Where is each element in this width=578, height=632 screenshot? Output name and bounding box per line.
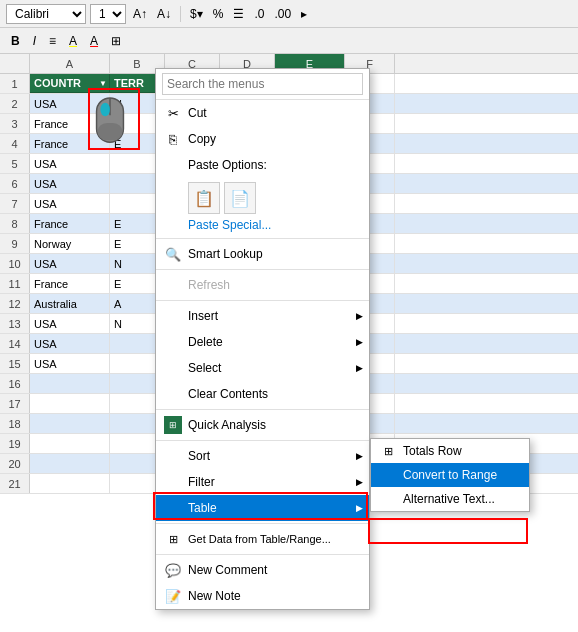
row-num: 17 (0, 394, 30, 413)
increase-decimal-btn[interactable]: .0 (251, 4, 267, 24)
dollar-btn[interactable]: $▾ (187, 4, 206, 24)
clear-icon (164, 385, 182, 403)
decrease-decimal-btn[interactable]: .00 (271, 4, 294, 24)
copy-label: Copy (188, 132, 216, 146)
decrease-font-btn[interactable]: A↓ (154, 4, 174, 24)
search-input[interactable] (162, 73, 363, 95)
row-num: 4 (0, 134, 30, 153)
cell-a[interactable]: France (30, 214, 110, 233)
row-num: 9 (0, 234, 30, 253)
col-header-a[interactable]: A (30, 54, 110, 73)
menu-item-sort[interactable]: Sort (156, 443, 369, 469)
menu-item-select[interactable]: Select (156, 355, 369, 381)
new-comment-label: New Comment (188, 563, 267, 577)
borders-btn[interactable]: ⊞ (106, 31, 126, 51)
delete-icon (164, 333, 182, 351)
menu-item-insert[interactable]: Insert (156, 303, 369, 329)
row-num: 12 (0, 294, 30, 313)
cell-a[interactable]: Norway (30, 234, 110, 253)
row-num: 21 (0, 474, 30, 493)
cut-icon: ✂ (164, 104, 182, 122)
comma-btn[interactable]: ☰ (230, 4, 247, 24)
paste-icon-btn-1[interactable]: 📋 (188, 182, 220, 214)
copy-icon: ⎘ (164, 130, 182, 148)
menu-item-cut[interactable]: ✂ Cut (156, 100, 369, 126)
table-icon (164, 499, 182, 517)
cell-a[interactable]: USA (30, 354, 110, 373)
menu-item-filter[interactable]: Filter (156, 469, 369, 495)
highlight-btn[interactable]: A (64, 31, 82, 51)
separator (156, 440, 369, 441)
cell-a[interactable]: USA (30, 334, 110, 353)
separator (156, 409, 369, 410)
context-menu: ✂ Cut ⎘ Copy Paste Options: 📋 📄 Paste Sp… (155, 68, 370, 610)
totals-row-icon: ⊞ (379, 442, 397, 460)
cell-a[interactable]: Australia (30, 294, 110, 313)
row-num: 2 (0, 94, 30, 113)
menu-item-new-comment[interactable]: 💬 New Comment (156, 557, 369, 583)
mouse-red-border (88, 88, 140, 150)
delete-label: Delete (188, 335, 223, 349)
cell-a[interactable] (30, 394, 110, 413)
smart-lookup-icon: 🔍 (164, 245, 182, 263)
row-num-col-header (0, 54, 30, 73)
row-num: 6 (0, 174, 30, 193)
cell-a[interactable]: USA (30, 174, 110, 193)
cell-a[interactable] (30, 434, 110, 453)
menu-item-paste-header: Paste Options: (156, 152, 369, 178)
separator (156, 300, 369, 301)
get-data-label: Get Data from Table/Range... (188, 533, 331, 545)
menu-item-quick-analysis[interactable]: ⊞ Quick Analysis (156, 412, 369, 438)
cell-a[interactable] (30, 374, 110, 393)
submenu-item-totals-row[interactable]: ⊞ Totals Row (371, 439, 529, 463)
cell-a[interactable]: USA (30, 254, 110, 273)
new-comment-icon: 💬 (164, 561, 182, 579)
cell-a[interactable]: USA (30, 154, 110, 173)
row-num: 3 (0, 114, 30, 133)
menu-item-copy[interactable]: ⎘ Copy (156, 126, 369, 152)
filter-icon (164, 473, 182, 491)
menu-item-new-note[interactable]: 📝 New Note (156, 583, 369, 609)
convert-to-range-label: Convert to Range (403, 468, 497, 482)
cell-a[interactable]: USA (30, 314, 110, 333)
cell-a[interactable]: USA (30, 194, 110, 213)
bold-btn[interactable]: B (6, 31, 25, 51)
new-note-icon: 📝 (164, 587, 182, 605)
increase-font-btn[interactable]: A↑ (130, 4, 150, 24)
insert-icon (164, 307, 182, 325)
paste-icons-row: 📋 📄 (156, 178, 369, 216)
percent-btn[interactable]: % (210, 4, 227, 24)
format-bar: B I ≡ A A ⊞ (0, 28, 578, 54)
cell-a[interactable] (30, 414, 110, 433)
italic-btn[interactable]: I (28, 31, 41, 51)
cell-a[interactable] (30, 454, 110, 473)
font-size-select[interactable]: 11 (90, 4, 126, 24)
font-color-btn[interactable]: A (85, 31, 103, 51)
cell-a[interactable]: France (30, 274, 110, 293)
quick-analysis-icon: ⊞ (164, 416, 182, 434)
format-btn[interactable]: ▸ (298, 4, 310, 24)
cell-a[interactable] (30, 474, 110, 493)
menu-item-refresh[interactable]: Refresh (156, 272, 369, 298)
menu-item-paste-special[interactable]: Paste Special... (156, 216, 369, 236)
menu-item-clear-contents[interactable]: Clear Contents (156, 381, 369, 407)
separator (156, 554, 369, 555)
submenu-item-convert-to-range[interactable]: Convert to Range (371, 463, 529, 487)
font-select[interactable]: Calibri (6, 4, 86, 24)
paste-icon-btn-2[interactable]: 📄 (224, 182, 256, 214)
row-num: 16 (0, 374, 30, 393)
align-btn[interactable]: ≡ (44, 31, 61, 51)
menu-item-table[interactable]: Table (156, 495, 369, 521)
menu-item-delete[interactable]: Delete (156, 329, 369, 355)
row-num: 7 (0, 194, 30, 213)
submenu-item-alternative-text[interactable]: Alternative Text... (371, 487, 529, 511)
menu-item-smart-lookup[interactable]: 🔍 Smart Lookup (156, 241, 369, 267)
toolbar: Calibri 11 A↑ A↓ $▾ % ☰ .0 .00 ▸ (0, 0, 578, 28)
menu-item-get-data[interactable]: ⊞ Get Data from Table/Range... (156, 526, 369, 552)
alternative-text-label: Alternative Text... (403, 492, 495, 506)
quick-analysis-label: Quick Analysis (188, 418, 266, 432)
row-num: 13 (0, 314, 30, 333)
paste-special-label: Paste Special... (188, 218, 271, 232)
new-note-label: New Note (188, 589, 241, 603)
select-label: Select (188, 361, 221, 375)
